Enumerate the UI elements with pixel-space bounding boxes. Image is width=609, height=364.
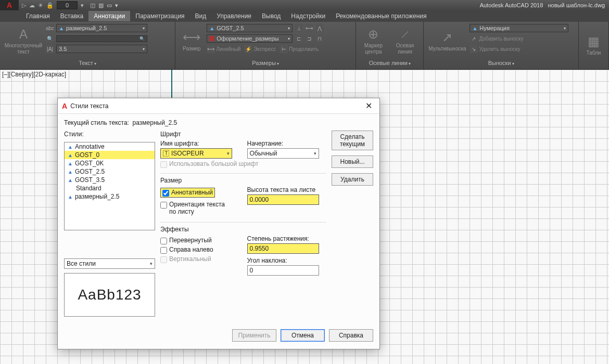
remove-leader[interactable]: Удалить выноску [479, 46, 520, 52]
font-style-label: Начертание: [247, 140, 327, 147]
centermark-button[interactable]: ⊕ Маркер центра [359, 24, 387, 59]
window-title: Autodesk AutoCAD 2018 новый шаблон-lc.dw… [121, 2, 609, 8]
upside-checkbox[interactable]: Перевернутый [160, 237, 240, 244]
bigfont-checkbox: Использовать большой шрифт [160, 160, 326, 168]
font-name-label: Имя шрифта: [160, 140, 240, 147]
view-label[interactable]: [–][Сверху][2D-каркас] [2, 71, 66, 78]
leader-style-dropdown[interactable]: ▲Нумерация▾ [470, 24, 568, 32]
qat-icon[interactable]: ▷ [22, 2, 26, 9]
panel-title[interactable]: Выноски [427, 59, 575, 67]
close-button[interactable]: ✕ [362, 101, 375, 111]
match-orient-checkbox[interactable]: Ориентация текста по листу [160, 201, 233, 215]
qat-icon[interactable]: 🔒 [46, 2, 54, 9]
annotative-checkbox[interactable]: Аннотативный [160, 188, 215, 198]
text-icon: A [19, 27, 28, 42]
mtext-button[interactable]: A Многострочный текст [3, 24, 44, 59]
table-icon: ▦ [588, 34, 600, 49]
table-button[interactable]: ▦ Табли [582, 24, 605, 67]
oblique-input[interactable]: 0 [247, 265, 319, 276]
ribbon-tabs: Главная Вставка Аннотации Параметризация… [0, 10, 609, 22]
qat-icon[interactable]: ▭ [107, 2, 112, 9]
list-item[interactable]: ▲Annotative [65, 142, 155, 151]
dim-quick[interactable]: Экспресс [253, 46, 276, 52]
tab[interactable]: Вывод [257, 11, 286, 21]
centermark-icon: ⊕ [368, 27, 378, 42]
mleader-button[interactable]: ↗ Мультивыноска [427, 24, 467, 59]
new-button[interactable]: Новый... [332, 155, 373, 168]
remove-leader-icon[interactable]: ↘ [470, 45, 478, 53]
dimension-button[interactable]: ⟷ Размер [179, 24, 205, 59]
apply-button: Применить [232, 329, 276, 342]
tab[interactable]: Вставка [55, 11, 89, 21]
app-icon: A [62, 102, 67, 110]
dim-layer-dropdown[interactable]: Оформление_размеры▾ [207, 34, 293, 43]
dim-icon[interactable]: ⟷ [305, 24, 313, 32]
set-current-button[interactable]: Сделать текущим [332, 131, 373, 150]
help-button[interactable]: Справка [329, 329, 373, 342]
tab[interactable]: Вид [190, 11, 212, 21]
tab[interactable]: Рекомендованные приложения [331, 11, 432, 21]
layer-num[interactable]: 0 [57, 1, 78, 9]
current-style-label: Текущий стиль текста: размерный_2.5 [64, 119, 373, 126]
text-find-field[interactable]: 🔍 [56, 35, 147, 42]
styles-label: Стили: [64, 131, 155, 138]
dim-linear[interactable]: Линейный [216, 46, 240, 52]
font-name-dropdown[interactable]: 🇹ISOCPEUR [160, 148, 232, 159]
widthfactor-label: Степень растяжения: [247, 235, 327, 242]
dropdown-icon[interactable]: ▾ [81, 2, 84, 9]
dropdown-icon[interactable]: ▾ [115, 2, 118, 9]
vertical-checkbox: Вертикальный [160, 255, 240, 263]
ribbon: A Многострочный текст abc ▲размерный_2.5… [0, 22, 609, 70]
text-height-dropdown[interactable]: 3.5▾ [56, 45, 147, 53]
dim-icon[interactable]: ⊢ [280, 45, 288, 53]
qat-icon[interactable]: ◫ [90, 2, 95, 9]
app-logo[interactable]: A [0, 0, 19, 10]
list-item[interactable]: ▲GOST_0K [65, 159, 155, 167]
widthfactor-input[interactable]: 0.9550 [247, 243, 319, 254]
tab[interactable]: Управление [211, 11, 257, 21]
style-filter-dropdown[interactable]: Все стили [64, 258, 155, 269]
qat-icon[interactable]: ▥ [98, 2, 104, 9]
styles-listbox[interactable]: ▲Annotative ▲GOST_0 ▲GOST_0K ▲GOST_2.5 ▲… [64, 142, 155, 230]
dim-icon[interactable]: ⊐ [305, 34, 313, 43]
tab-active[interactable]: Аннотации [88, 11, 130, 21]
dimension-icon: ⟷ [183, 30, 200, 45]
abc-icon[interactable]: abc [46, 24, 54, 32]
tab[interactable]: Параметризация [130, 11, 189, 21]
centerline-button[interactable]: ⟋ Осевая линия [389, 24, 420, 59]
qat-icon[interactable]: ☀ [38, 2, 43, 9]
cancel-button[interactable]: Отмена [281, 329, 325, 342]
panel-title[interactable]: Текст [3, 59, 172, 67]
qat-icon[interactable]: ☁ [29, 2, 35, 9]
delete-button[interactable]: Удалить [332, 173, 373, 186]
list-item[interactable]: ▲размерный_2.5 [65, 192, 155, 201]
list-item[interactable]: Standard [65, 184, 155, 192]
backwards-checkbox[interactable]: Справа налево [160, 246, 240, 254]
centerline-icon: ⟋ [399, 27, 411, 42]
dim-icon[interactable]: ⟷ [207, 45, 215, 53]
dim-icon[interactable]: ⊥ [295, 24, 303, 32]
add-leader[interactable]: Добавить выноску [479, 36, 523, 42]
dim-icon[interactable]: ⊏ [295, 34, 303, 43]
dim-icon[interactable]: ⋀ [315, 24, 324, 32]
paper-height-label: Высота текста на листе [247, 186, 327, 193]
panel-title[interactable]: Осевые линии [359, 59, 420, 67]
font-group-label: Шрифт [160, 131, 326, 138]
dim-icon[interactable]: ⚡ [244, 45, 252, 53]
dim-style-dropdown[interactable]: ▲GOST_2.5▾ [207, 24, 293, 32]
height-icon[interactable]: |A| [46, 45, 54, 53]
add-leader-icon[interactable]: ↗ [470, 34, 478, 43]
list-item-selected[interactable]: ▲GOST_0 [65, 151, 155, 159]
panel-title[interactable]: Размеры [179, 59, 352, 67]
list-item[interactable]: ▲GOST_3.5 [65, 176, 155, 184]
list-item[interactable]: ▲GOST_2.5 [65, 167, 155, 176]
dialog-titlebar: A Стили текста ✕ [58, 98, 379, 114]
tab[interactable]: Надстройки [286, 11, 331, 21]
text-style-dropdown[interactable]: ▲размерный_2.5▾ [56, 24, 147, 32]
find-icon[interactable]: 🔍 [46, 34, 54, 43]
font-style-dropdown[interactable]: Обычный [247, 148, 319, 159]
dim-continue[interactable]: Продолжить [289, 46, 319, 52]
paper-height-input[interactable]: 0.0000 [247, 194, 319, 205]
tab[interactable]: Главная [21, 11, 55, 21]
dim-icon[interactable]: ⊓ [315, 34, 324, 43]
